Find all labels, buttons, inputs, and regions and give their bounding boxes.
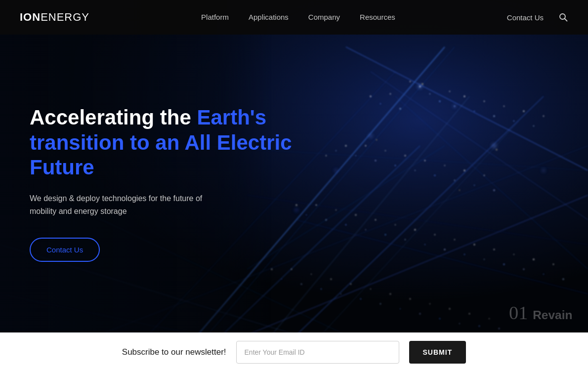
hero-contact-button[interactable]: Contact Us — [30, 238, 100, 262]
newsletter-bar: Subscribe to our newsletter! SUBMIT — [0, 332, 588, 372]
newsletter-email-input[interactable] — [236, 341, 399, 364]
nav-link-company[interactable]: Company — [308, 13, 340, 21]
hero-subtext: We design & deploy technologies for the … — [30, 192, 217, 217]
navbar: IONENERGY Platform Applications Company … — [0, 0, 588, 35]
hero-headline: Accelerating the Earth's transition to a… — [30, 105, 336, 180]
nav-link-applications[interactable]: Applications — [249, 13, 289, 21]
newsletter-submit-button[interactable]: SUBMIT — [409, 341, 466, 364]
logo-energy: ENERGY — [41, 11, 89, 23]
nav-item-resources[interactable]: Resources — [360, 13, 395, 22]
search-icon-button[interactable] — [558, 12, 568, 22]
svg-text:Revain: Revain — [533, 308, 572, 322]
nav-link-platform[interactable]: Platform — [201, 13, 229, 21]
hero-content: Accelerating the Earth's transition to a… — [0, 35, 588, 332]
newsletter-label: Subscribe to our newsletter! — [122, 347, 226, 357]
nav-contact-link[interactable]: Contact Us — [507, 13, 544, 22]
nav-item-applications[interactable]: Applications — [249, 13, 289, 22]
revain-watermark: 01 Revain — [509, 300, 578, 328]
nav-right: Contact Us — [507, 12, 568, 22]
logo-ion: ION — [20, 11, 41, 23]
svg-text:01: 01 — [509, 302, 528, 323]
revain-logo-svg: 01 Revain — [509, 300, 578, 326]
logo[interactable]: IONENERGY — [20, 11, 89, 24]
hero-headline-white: Accelerating the — [30, 106, 191, 129]
nav-item-platform[interactable]: Platform — [201, 13, 229, 22]
nav-item-company[interactable]: Company — [308, 13, 340, 22]
logo-text: IONENERGY — [20, 11, 89, 24]
nav-link-resources[interactable]: Resources — [360, 13, 395, 21]
search-icon — [558, 12, 568, 22]
nav-links: Platform Applications Company Resources — [201, 13, 395, 22]
svg-line-1 — [565, 19, 567, 21]
